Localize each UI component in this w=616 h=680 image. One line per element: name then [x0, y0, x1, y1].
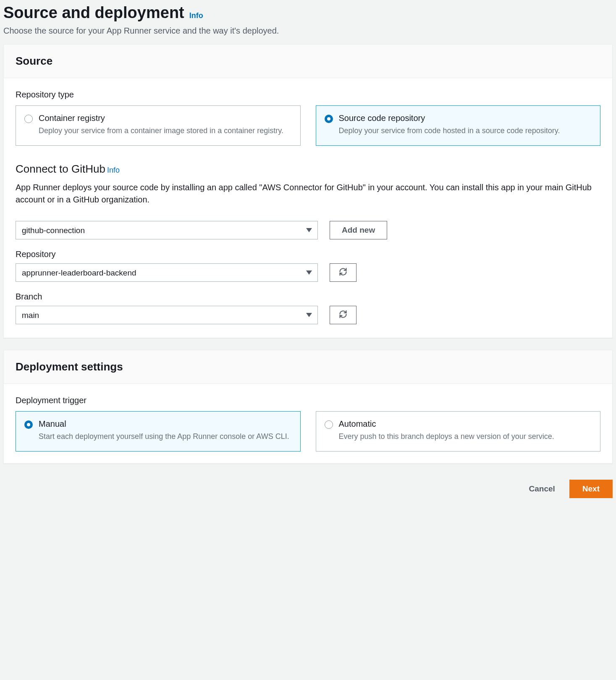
radio-desc: Deploy your service from a container ima… — [39, 126, 283, 136]
deployment-panel-title: Deployment settings — [16, 360, 600, 373]
radio-icon — [325, 420, 333, 429]
branch-label: Branch — [16, 292, 600, 302]
page-title: Source and deployment — [3, 3, 184, 23]
radio-desc: Every push to this branch deploys a new … — [339, 431, 554, 442]
repo-type-source-code[interactable]: Source code repository Deploy your servi… — [316, 105, 601, 146]
footer-actions: Cancel Next — [3, 475, 613, 500]
radio-title: Manual — [39, 419, 289, 429]
cancel-button[interactable]: Cancel — [521, 480, 564, 498]
radio-desc: Start each deployment yourself using the… — [39, 431, 289, 442]
add-new-button[interactable]: Add new — [330, 221, 387, 239]
repo-type-container-registry[interactable]: Container registry Deploy your service f… — [16, 105, 301, 146]
next-button[interactable]: Next — [569, 480, 613, 498]
radio-title: Automatic — [339, 419, 554, 429]
connect-info-link[interactable]: Info — [107, 166, 120, 175]
deployment-trigger-manual[interactable]: Manual Start each deployment yourself us… — [16, 411, 301, 452]
page-subtitle: Choose the source for your App Runner se… — [3, 26, 613, 36]
radio-title: Source code repository — [339, 113, 560, 123]
radio-icon — [24, 420, 33, 429]
radio-desc: Deploy your service from code hosted in … — [339, 126, 560, 136]
deployment-trigger-label: Deployment trigger — [16, 396, 600, 405]
panel-header: Deployment settings — [4, 350, 612, 384]
refresh-icon — [339, 268, 347, 278]
panel-header: Source — [4, 45, 612, 78]
repository-label: Repository — [16, 249, 600, 259]
deployment-settings-panel: Deployment settings Deployment trigger M… — [3, 350, 613, 464]
repository-select[interactable]: apprunner-leaderboard-backend — [16, 263, 318, 282]
radio-icon — [325, 115, 333, 123]
page-header: Source and deployment Info Choose the so… — [3, 3, 613, 36]
deployment-trigger-automatic[interactable]: Automatic Every push to this branch depl… — [316, 411, 601, 452]
source-panel-title: Source — [16, 55, 600, 68]
repo-type-label: Repository type — [16, 90, 600, 100]
radio-title: Container registry — [39, 113, 283, 123]
refresh-branch-button[interactable] — [330, 306, 356, 324]
info-link[interactable]: Info — [189, 11, 203, 20]
radio-icon — [24, 115, 33, 123]
source-panel: Source Repository type Container registr… — [3, 44, 613, 338]
branch-select[interactable]: main — [16, 306, 318, 324]
refresh-icon — [339, 310, 347, 320]
connect-github-desc: App Runner deploys your source code by i… — [16, 181, 600, 206]
refresh-repository-button[interactable] — [330, 263, 356, 282]
github-connection-select[interactable]: github-connection — [16, 221, 318, 239]
connect-github-heading: Connect to GitHub — [16, 163, 105, 176]
